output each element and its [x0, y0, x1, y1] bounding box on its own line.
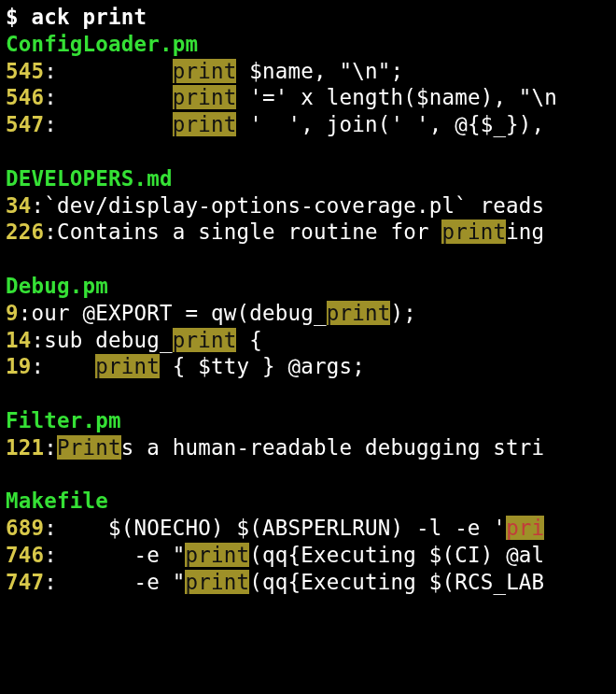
result-text: '=' x length($name), "\n: [236, 85, 557, 109]
result-line: 14:sub debug_print {: [6, 328, 262, 352]
result-line-number: 689: [6, 516, 44, 540]
match-highlight: print: [173, 59, 237, 83]
result-text: : -e ": [44, 543, 185, 567]
result-line: 547: print ' ', join(' ', @{$_}),: [6, 112, 544, 136]
result-text: :`dev/display-options-coverage.pl` reads: [32, 193, 545, 218]
result-line: 121:Prints a human-readable debugging st…: [6, 435, 544, 460]
result-line-number: 547: [6, 112, 44, 136]
result-text: (qq{Executing $(RCS_LAB: [249, 570, 544, 594]
match-highlight: print: [173, 328, 237, 352]
result-text: ' ', join(' ', @{$_}),: [236, 112, 544, 136]
result-line-number: 19: [6, 354, 32, 378]
result-line-number: 545: [6, 59, 44, 83]
result-text: : $(NOECHO) $(ABSPERLRUN) -l -e ': [44, 516, 506, 540]
result-text: { $tty } @args;: [160, 354, 365, 378]
result-line: 19: print { $tty } @args;: [6, 354, 365, 378]
result-line: 689: $(NOECHO) $(ABSPERLRUN) -l -e 'pri: [6, 516, 544, 540]
result-text: :our @EXPORT = qw(debug_: [19, 301, 327, 325]
result-line: 9:our @EXPORT = qw(debug_print);: [6, 301, 416, 325]
result-text: s a human-readable debugging stri: [121, 435, 545, 460]
result-line: 747: -e "print(qq{Executing $(RCS_LAB: [6, 570, 544, 594]
result-line-number: 546: [6, 85, 44, 109]
result-text: :: [44, 85, 172, 109]
result-text: {: [236, 328, 262, 352]
result-filename: Makefile: [6, 489, 108, 513]
match-highlight: print: [185, 543, 249, 567]
shell-prompt: $: [6, 5, 32, 29]
match-highlight: print: [327, 301, 391, 325]
result-filename: DEVELOPERS.md: [6, 166, 173, 191]
result-line-number: 34: [6, 193, 32, 218]
result-text: :sub debug_: [32, 328, 173, 352]
command-text: ack print: [32, 5, 147, 29]
result-text: : -e ": [44, 570, 185, 594]
match-highlight: print: [185, 570, 249, 594]
result-text: :: [32, 354, 96, 378]
result-text: (qq{Executing $(CI) @al: [249, 543, 544, 567]
result-line-number: 9: [6, 301, 19, 325]
result-line-number: 121: [6, 435, 44, 460]
result-line: 746: -e "print(qq{Executing $(CI) @al: [6, 543, 544, 567]
result-filename: ConfigLoader.pm: [6, 32, 198, 56]
result-line-number: 746: [6, 543, 44, 567]
result-line: 34:`dev/display-options-coverage.pl` rea…: [6, 193, 544, 218]
match-highlight: print: [173, 112, 237, 136]
result-text: $name, "\n";: [236, 59, 403, 83]
terminal-output: $ ack print ConfigLoader.pm 545: print $…: [0, 0, 616, 600]
result-text: ing: [506, 220, 544, 244]
result-line-number: 14: [6, 328, 32, 352]
result-text: :: [44, 112, 172, 136]
result-line-number: 747: [6, 570, 44, 594]
match-highlight: print: [441, 220, 506, 244]
result-text: :: [44, 59, 172, 83]
result-text: :: [44, 435, 57, 460]
match-highlight: Print: [57, 435, 121, 460]
match-highlight: pri: [506, 516, 544, 540]
result-line: 546: print '=' x length($name), "\n: [6, 85, 557, 109]
result-text: );: [390, 301, 416, 325]
result-filename: Debug.pm: [6, 274, 108, 298]
match-highlight: print: [173, 85, 237, 109]
result-text: :Contains a single routine for: [44, 220, 441, 244]
command-line[interactable]: $ ack print: [6, 5, 147, 29]
result-line: 545: print $name, "\n";: [6, 59, 403, 83]
result-line: 226:Contains a single routine for printi…: [6, 220, 544, 244]
match-highlight: print: [95, 354, 160, 378]
result-line-number: 226: [6, 220, 44, 244]
result-filename: Filter.pm: [6, 408, 121, 432]
